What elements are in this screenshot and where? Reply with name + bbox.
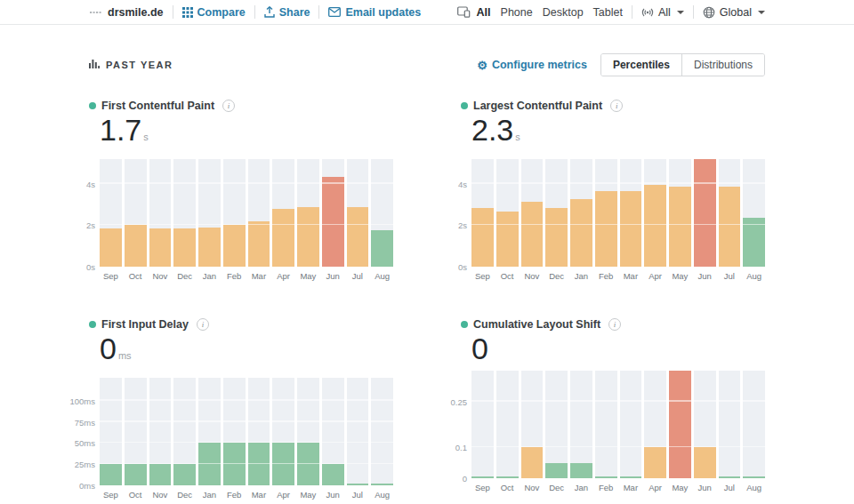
bar-Apr[interactable] xyxy=(644,185,666,267)
view-toggle-distributions[interactable]: Distributions xyxy=(681,54,764,76)
bar-Sep[interactable] xyxy=(471,476,494,478)
view-toggle: Percentiles Distributions xyxy=(600,53,765,76)
bar-Apr[interactable] xyxy=(644,447,666,478)
info-icon[interactable]: i xyxy=(608,318,621,331)
bar-Jan[interactable] xyxy=(570,199,592,267)
bar-Sep[interactable] xyxy=(100,464,122,485)
bar-Jan[interactable] xyxy=(198,228,221,267)
chart-first-contentful-paint: First Contentful Paint i 1.7 s 0s2s4s Se… xyxy=(89,100,393,281)
device-tab-all[interactable]: All xyxy=(477,6,491,19)
bar-Aug[interactable] xyxy=(371,230,393,267)
configure-metrics-button[interactable]: ⚙ Configure metrics xyxy=(477,59,587,71)
bar-Aug[interactable] xyxy=(743,218,765,267)
bar-Feb[interactable] xyxy=(223,225,246,267)
bar-Nov[interactable] xyxy=(149,464,172,485)
x-tick-label: Aug xyxy=(371,490,393,500)
chart-first-input-delay: First Input Delay i 0 ms 0ms25ms50ms75ms… xyxy=(89,318,393,500)
metric-status-dot xyxy=(89,321,96,328)
bar-Mar[interactable] xyxy=(620,476,642,478)
bar-column xyxy=(125,159,147,267)
email-updates-label: Email updates xyxy=(345,6,421,19)
bar-column xyxy=(272,159,294,267)
envelope-icon xyxy=(328,7,341,17)
share-button[interactable]: Share xyxy=(264,6,310,19)
bar-Oct[interactable] xyxy=(125,464,147,485)
bar-May[interactable] xyxy=(669,187,691,267)
bar-Jan[interactable] xyxy=(198,443,221,485)
bar-Mar[interactable] xyxy=(620,191,642,267)
bar-Nov[interactable] xyxy=(521,202,544,267)
bar-Dec[interactable] xyxy=(173,228,196,267)
info-icon[interactable]: i xyxy=(610,100,623,112)
top-header: drsmile.de Compare Share E xyxy=(0,0,854,25)
device-tab-phone[interactable]: Phone xyxy=(501,6,533,19)
bar-Feb[interactable] xyxy=(223,443,246,485)
bar-Nov[interactable] xyxy=(149,228,172,267)
bar-Oct[interactable] xyxy=(496,212,519,267)
bar-Dec[interactable] xyxy=(173,464,196,485)
bar-Jul[interactable] xyxy=(347,484,369,485)
x-tick-label: Mar xyxy=(248,490,270,500)
email-updates-button[interactable]: Email updates xyxy=(328,6,421,19)
bar-Oct[interactable] xyxy=(125,225,147,267)
bar-plot: 00.10.25 xyxy=(471,371,765,478)
bar-Oct[interactable] xyxy=(496,476,519,478)
info-icon[interactable]: i xyxy=(197,318,209,331)
bar-column xyxy=(347,378,369,485)
bar-Apr[interactable] xyxy=(272,443,294,485)
bar-Jun[interactable] xyxy=(322,464,344,485)
bar-column xyxy=(719,159,741,267)
bar-Jan[interactable] xyxy=(570,463,592,478)
gridline xyxy=(100,463,393,465)
chart-title: First Input Delay xyxy=(101,318,189,331)
bar-Mar[interactable] xyxy=(248,221,270,267)
bar-May[interactable] xyxy=(297,207,319,267)
x-tick-label: May xyxy=(669,483,691,492)
x-tick-label: Aug xyxy=(371,271,393,281)
bar-Feb[interactable] xyxy=(595,476,617,478)
device-tab-desktop[interactable]: Desktop xyxy=(543,6,584,19)
bar-column xyxy=(644,371,666,478)
bar-Sep[interactable] xyxy=(471,208,494,267)
region-dropdown[interactable]: Global xyxy=(703,6,765,19)
connection-dropdown[interactable]: All xyxy=(641,6,684,19)
bar-Aug[interactable] xyxy=(371,484,393,485)
compare-button[interactable]: Compare xyxy=(182,6,246,19)
bar-Nov[interactable] xyxy=(521,447,544,478)
period-selector[interactable]: PAST YEAR xyxy=(89,59,173,71)
bar-Jul[interactable] xyxy=(719,476,741,478)
bar-Jun[interactable] xyxy=(694,159,716,267)
x-tick-label: Feb xyxy=(223,271,246,281)
x-tick-label: Oct xyxy=(125,490,147,500)
charts-grid: First Contentful Paint i 1.7 s 0s2s4s Se… xyxy=(89,100,765,500)
bar-column xyxy=(694,371,716,478)
y-tick-label: 0s xyxy=(86,262,95,272)
view-toggle-percentiles[interactable]: Percentiles xyxy=(601,54,681,76)
x-tick-label: Jul xyxy=(719,483,741,492)
bar-Jun[interactable] xyxy=(694,447,716,478)
bar-Mar[interactable] xyxy=(248,443,270,485)
bar-Apr[interactable] xyxy=(272,209,294,267)
bar-Dec[interactable] xyxy=(545,463,568,478)
x-tick-label: Feb xyxy=(595,271,617,281)
x-tick-label: Jun xyxy=(322,271,344,281)
device-tab-tablet[interactable]: Tablet xyxy=(593,6,623,19)
bar-Feb[interactable] xyxy=(595,191,617,267)
gridline xyxy=(100,442,393,444)
bar-May[interactable] xyxy=(669,371,691,478)
bar-Sep[interactable] xyxy=(100,228,122,267)
y-tick-label: 100ms xyxy=(69,396,95,405)
bar-Jul[interactable] xyxy=(719,187,741,267)
site-identity[interactable]: drsmile.de xyxy=(89,6,164,19)
bar-Jul[interactable] xyxy=(347,207,369,267)
bar-Dec[interactable] xyxy=(545,208,568,267)
bar-Aug[interactable] xyxy=(743,476,765,478)
x-tick-label: May xyxy=(297,271,319,281)
bar-Jun[interactable] xyxy=(322,177,344,267)
x-tick-label: Apr xyxy=(272,490,294,500)
bar-May[interactable] xyxy=(297,443,319,485)
metric-number: 0 xyxy=(100,332,117,365)
bar-column xyxy=(471,159,494,267)
info-icon[interactable]: i xyxy=(222,100,235,112)
bar-column xyxy=(248,159,270,267)
